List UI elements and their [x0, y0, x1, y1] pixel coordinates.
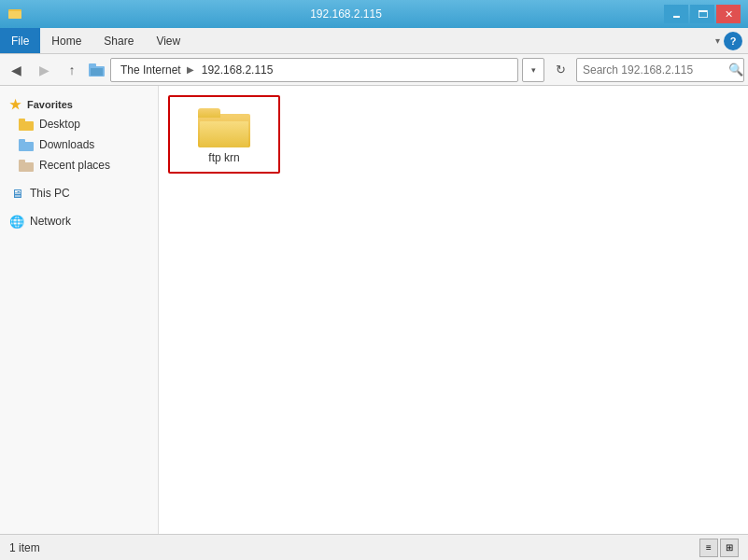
- folder-front: [200, 121, 248, 147]
- back-button[interactable]: ◀: [4, 58, 28, 82]
- menu-bar: File Home Share View ▾ ?: [0, 28, 748, 54]
- help-button[interactable]: ?: [724, 32, 742, 50]
- path-arrow-1: ▶: [187, 64, 194, 75]
- status-bar: 1 item ≡ ⊞: [0, 534, 748, 560]
- address-dropdown[interactable]: ▾: [522, 58, 544, 82]
- title-bar: 192.168.2.115 🗕 🗖 ✕: [0, 0, 748, 28]
- sidebar-network-label: Network: [30, 215, 71, 228]
- main-layout: ★ Favorites Desktop Downloads Recent pl: [0, 86, 748, 534]
- up-button[interactable]: ↑: [60, 58, 84, 82]
- app-icon: [7, 7, 22, 21]
- refresh-button[interactable]: ↻: [548, 58, 572, 82]
- sidebar-thispc-label: This PC: [30, 187, 70, 200]
- network-icon: 🌐: [9, 214, 24, 229]
- path-segment-ip[interactable]: 192.168.2.115: [198, 63, 277, 77]
- forward-button[interactable]: ▶: [32, 58, 56, 82]
- desktop-icon: [19, 117, 34, 132]
- svg-rect-4: [91, 68, 103, 76]
- sidebar: ★ Favorites Desktop Downloads Recent pl: [0, 86, 159, 534]
- sidebar-item-downloads[interactable]: Downloads: [0, 134, 158, 155]
- sidebar-desktop-label: Desktop: [39, 118, 80, 131]
- window-title: 192.168.2.115: [28, 7, 664, 21]
- folder-icon-large: [198, 105, 250, 147]
- folder-item-ftp-krn[interactable]: ftp krn: [168, 95, 280, 174]
- menu-share[interactable]: Share: [92, 28, 145, 53]
- address-bar: ◀ ▶ ↑ The Internet ▶ 192.168.2.115 ▾ ↻ 🔍: [0, 54, 748, 86]
- path-ip-label[interactable]: 192.168.2.115: [198, 63, 277, 77]
- sidebar-item-desktop[interactable]: Desktop: [0, 114, 158, 134]
- status-item-count: 1 item: [9, 541, 40, 554]
- search-box[interactable]: 🔍: [576, 58, 744, 82]
- menu-home[interactable]: Home: [40, 28, 92, 53]
- content-area: ftp krn: [159, 86, 748, 534]
- search-button[interactable]: 🔍: [728, 59, 743, 81]
- downloads-icon: [19, 137, 34, 152]
- sidebar-item-network[interactable]: 🌐 Network: [0, 211, 158, 231]
- favorites-star-icon: ★: [9, 97, 21, 112]
- folder-label: ftp krn: [208, 151, 239, 164]
- path-internet-label[interactable]: The Internet: [117, 63, 185, 77]
- thispc-icon: 🖥: [9, 186, 24, 201]
- menu-chevron-icon: ▾: [715, 35, 720, 46]
- address-path[interactable]: The Internet ▶ 192.168.2.115: [110, 58, 518, 82]
- view-details-button[interactable]: ≡: [699, 539, 718, 557]
- path-location-icon: [88, 61, 106, 79]
- sidebar-network-section: 🌐 Network: [0, 211, 158, 231]
- sidebar-item-recent[interactable]: Recent places: [0, 155, 158, 175]
- svg-rect-3: [89, 63, 96, 68]
- sidebar-thispc-section: 🖥 This PC: [0, 183, 158, 203]
- sidebar-downloads-label: Downloads: [39, 138, 94, 151]
- maximize-button[interactable]: 🗖: [690, 5, 714, 23]
- menu-file[interactable]: File: [0, 28, 40, 53]
- sidebar-favorites-header: ★ Favorites: [0, 93, 158, 114]
- sidebar-favorites-label: Favorites: [27, 99, 73, 110]
- svg-rect-1: [8, 11, 21, 19]
- view-toggle: ≡ ⊞: [699, 539, 739, 557]
- menu-view[interactable]: View: [145, 28, 191, 53]
- menu-right: ▾ ?: [715, 32, 748, 50]
- minimize-button[interactable]: 🗕: [664, 5, 688, 23]
- sidebar-item-thispc[interactable]: 🖥 This PC: [0, 183, 158, 203]
- search-input[interactable]: [577, 63, 728, 77]
- view-tiles-button[interactable]: ⊞: [720, 539, 739, 557]
- recent-icon: [19, 158, 34, 173]
- sidebar-recent-label: Recent places: [39, 159, 110, 172]
- path-segment-internet[interactable]: The Internet ▶: [117, 63, 194, 77]
- window-controls: 🗕 🗖 ✕: [664, 5, 741, 23]
- sidebar-favorites-section: ★ Favorites Desktop Downloads Recent pl: [0, 93, 158, 175]
- close-button[interactable]: ✕: [716, 5, 741, 23]
